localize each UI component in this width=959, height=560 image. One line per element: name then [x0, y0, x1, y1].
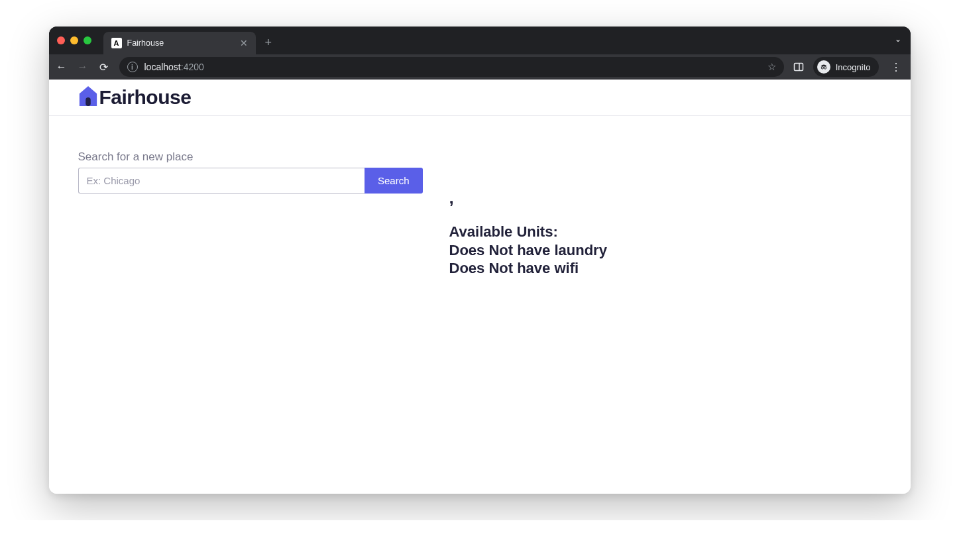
svg-point-3: [824, 67, 826, 69]
browser-tab[interactable]: A Fairhouse ✕: [103, 32, 256, 54]
tab-overflow-icon[interactable]: ⌄: [895, 34, 901, 44]
bookmark-icon[interactable]: ☆: [767, 61, 776, 73]
browser-window: A Fairhouse ✕ + ⌄ ← → ⟳ i localhost:4200…: [49, 27, 911, 494]
new-tab-button[interactable]: +: [265, 36, 272, 50]
maximize-window-button[interactable]: [84, 36, 91, 44]
listing-location-heading: ,: [449, 188, 607, 208]
tab-title: Fairhouse: [127, 38, 235, 48]
listing-details: , Available Units: Does Not have laundry…: [449, 150, 607, 278]
app-header: Fairhouse: [49, 80, 911, 116]
search-input[interactable]: [78, 168, 365, 194]
reload-button[interactable]: ⟳: [98, 61, 110, 74]
back-button[interactable]: ←: [56, 61, 68, 73]
browser-chrome: A Fairhouse ✕ + ⌄ ← → ⟳ i localhost:4200…: [49, 27, 911, 80]
house-icon: [78, 85, 98, 110]
search-label: Search for a new place: [78, 150, 423, 164]
search-section: Search for a new place Search: [78, 150, 423, 278]
url-port: :4200: [181, 62, 204, 72]
window-controls: [57, 36, 91, 44]
incognito-icon: [817, 60, 830, 74]
tab-bar: A Fairhouse ✕ + ⌄: [49, 27, 911, 54]
tab-favicon: A: [111, 38, 122, 48]
search-button[interactable]: Search: [365, 168, 423, 194]
close-window-button[interactable]: [57, 36, 65, 44]
available-units-line: Available Units:: [449, 223, 607, 241]
search-row: Search: [78, 168, 423, 194]
wifi-line: Does Not have wifi: [449, 259, 607, 278]
main-content: Search for a new place Search , Availabl…: [49, 116, 911, 312]
svg-rect-5: [85, 97, 91, 106]
url-host: localhost: [144, 62, 181, 72]
incognito-badge[interactable]: Incognito: [813, 57, 879, 77]
browser-toolbar: ← → ⟳ i localhost:4200 ☆ Incognito ⋮: [49, 54, 911, 80]
site-info-icon[interactable]: i: [127, 62, 138, 72]
forward-button: →: [77, 61, 89, 73]
close-tab-icon[interactable]: ✕: [240, 38, 248, 48]
app-logo[interactable]: Fairhouse: [78, 85, 192, 110]
incognito-label: Incognito: [836, 62, 871, 72]
laundry-line: Does Not have laundry: [449, 241, 607, 260]
address-bar[interactable]: i localhost:4200 ☆: [119, 57, 784, 77]
app-brand-text: Fairhouse: [99, 86, 192, 109]
page-content: Fairhouse Search for a new place Search …: [49, 80, 911, 494]
panel-icon[interactable]: [793, 62, 804, 72]
svg-point-2: [821, 67, 823, 69]
minimize-window-button[interactable]: [70, 36, 78, 44]
browser-menu-icon[interactable]: ⋮: [888, 61, 904, 74]
svg-rect-0: [794, 64, 803, 71]
